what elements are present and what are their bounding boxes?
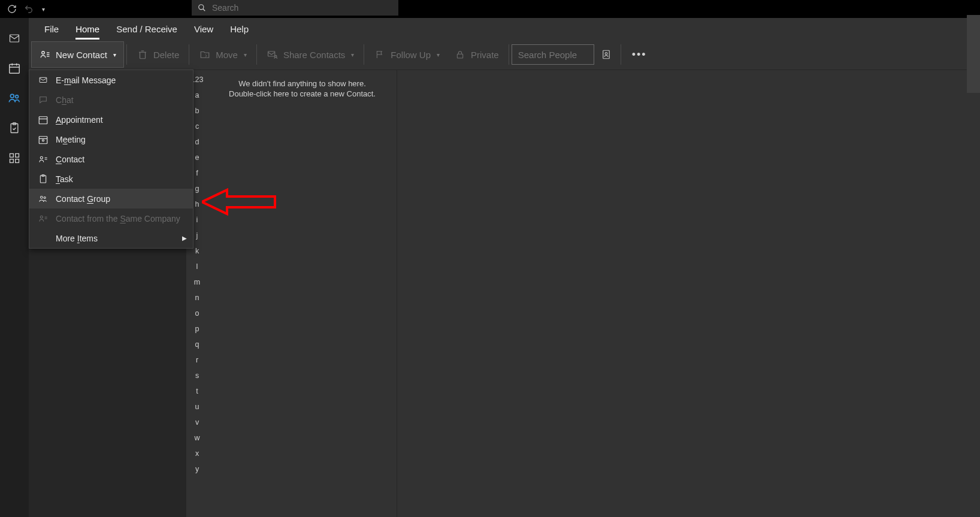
mail-icon[interactable] xyxy=(7,32,22,45)
reading-pane xyxy=(397,70,980,517)
svg-point-37 xyxy=(40,216,43,218)
tab-file[interactable]: File xyxy=(36,20,67,38)
ribbon-separator xyxy=(256,44,257,65)
dd-label: Meeting xyxy=(56,135,86,144)
quick-access-toolbar: ▾ xyxy=(0,0,980,18)
search-icon xyxy=(198,4,206,12)
dd-label: Appointment xyxy=(56,115,103,125)
az-entry[interactable]: t xyxy=(186,384,208,400)
svg-rect-25 xyxy=(39,116,47,123)
az-entry[interactable]: l xyxy=(186,259,208,275)
dd-contact-group[interactable]: Contact Group xyxy=(29,189,193,208)
svg-point-28 xyxy=(43,140,44,141)
az-entry[interactable]: r xyxy=(186,353,208,368)
new-contact-icon xyxy=(39,49,51,61)
new-contact-label: New Contact xyxy=(56,50,107,60)
dd-email-message[interactable]: E-mail Message xyxy=(29,70,193,90)
dd-contact[interactable]: Contact xyxy=(29,149,193,169)
svg-rect-19 xyxy=(268,52,274,56)
people-icon[interactable] xyxy=(7,92,22,105)
ribbon-separator xyxy=(364,44,364,65)
az-entry[interactable]: m xyxy=(186,275,208,291)
svg-rect-2 xyxy=(10,35,19,42)
search-input[interactable] xyxy=(212,3,392,13)
share-contacts-icon xyxy=(267,49,279,61)
az-entry[interactable]: x xyxy=(186,446,208,462)
dd-chat: Chat xyxy=(29,90,193,110)
chevron-down-icon: ▾ xyxy=(351,52,354,58)
more-commands-button[interactable]: ••• xyxy=(624,49,655,61)
address-book-button[interactable] xyxy=(594,43,618,66)
svg-rect-27 xyxy=(39,136,47,143)
search-people-input[interactable] xyxy=(512,44,594,65)
calendar-icon xyxy=(38,114,49,125)
undo-icon[interactable] xyxy=(20,1,37,17)
az-entry[interactable]: q xyxy=(186,337,208,353)
new-contact-dropdown: E-mail Message Chat Appointment Meeting … xyxy=(29,69,193,249)
dd-label: More Items xyxy=(56,234,98,243)
task-icon xyxy=(38,174,49,185)
flag-icon xyxy=(374,49,386,61)
chevron-down-icon: ▾ xyxy=(113,52,116,58)
svg-point-35 xyxy=(40,196,43,198)
svg-rect-13 xyxy=(10,159,14,163)
svg-point-23 xyxy=(605,53,607,55)
tab-help[interactable]: Help xyxy=(222,20,257,38)
private-button[interactable]: Private xyxy=(447,43,506,66)
ribbon-separator xyxy=(189,44,189,65)
svg-point-30 xyxy=(40,156,43,159)
tasks-icon[interactable] xyxy=(7,122,22,135)
ribbon-separator xyxy=(126,44,127,65)
move-icon xyxy=(199,49,211,61)
company-contact-icon xyxy=(38,214,49,223)
tab-home[interactable]: Home xyxy=(67,20,108,38)
customize-qat-icon[interactable]: ▾ xyxy=(37,1,49,17)
new-contact-button[interactable]: New Contact ▾ xyxy=(31,41,124,68)
dd-task[interactable]: Task xyxy=(29,169,193,189)
ribbon-separator xyxy=(509,44,509,65)
svg-point-0 xyxy=(199,5,204,10)
svg-point-8 xyxy=(16,95,19,98)
address-book-icon xyxy=(600,49,612,61)
contact-icon xyxy=(38,155,49,164)
svg-rect-3 xyxy=(10,65,20,74)
delete-button[interactable]: Delete xyxy=(129,43,186,66)
svg-point-36 xyxy=(44,196,46,198)
follow-up-label: Follow Up xyxy=(391,50,431,60)
more-apps-icon[interactable] xyxy=(7,152,22,165)
calendar-icon[interactable] xyxy=(7,62,22,75)
tab-send-receive[interactable]: Send / Receive xyxy=(108,20,186,38)
az-entry[interactable]: n xyxy=(186,291,208,306)
group-icon xyxy=(38,194,49,204)
az-entry[interactable]: w xyxy=(186,431,208,446)
dd-label: E-mail Message xyxy=(56,75,116,85)
share-contacts-label: Share Contacts xyxy=(283,50,345,60)
refresh-icon[interactable] xyxy=(4,1,20,17)
chevron-down-icon: ▾ xyxy=(244,52,247,58)
dd-meeting[interactable]: Meeting xyxy=(29,129,193,149)
empty-message-line1: We didn't find anything to show here. xyxy=(208,78,397,89)
share-contacts-button[interactable]: Share Contacts ▾ xyxy=(259,43,361,66)
az-entry[interactable]: s xyxy=(186,368,208,384)
delete-label: Delete xyxy=(153,50,179,60)
az-entry[interactable]: p xyxy=(186,322,208,337)
dd-label: Contact xyxy=(56,155,84,164)
move-button[interactable]: Move ▾ xyxy=(192,43,254,66)
nav-rail xyxy=(0,18,29,517)
az-entry[interactable]: y xyxy=(186,462,208,477)
tab-view[interactable]: View xyxy=(186,20,222,38)
dd-appointment[interactable]: Appointment xyxy=(29,110,193,129)
dd-label: Chat xyxy=(56,95,74,105)
search-box[interactable] xyxy=(192,0,398,16)
svg-rect-14 xyxy=(16,159,19,163)
az-entry[interactable]: v xyxy=(186,415,208,431)
az-entry[interactable]: u xyxy=(186,400,208,415)
az-entry[interactable]: o xyxy=(186,306,208,322)
dd-label: Task xyxy=(56,174,73,184)
contact-list[interactable]: We didn't find anything to show here. Do… xyxy=(208,70,397,517)
chevron-right-icon: ▶ xyxy=(182,235,187,241)
dd-more-items[interactable]: More Items ▶ xyxy=(29,228,193,248)
scrollbar[interactable] xyxy=(967,15,980,93)
follow-up-button[interactable]: Follow Up ▾ xyxy=(367,43,447,66)
chat-icon xyxy=(38,95,49,105)
